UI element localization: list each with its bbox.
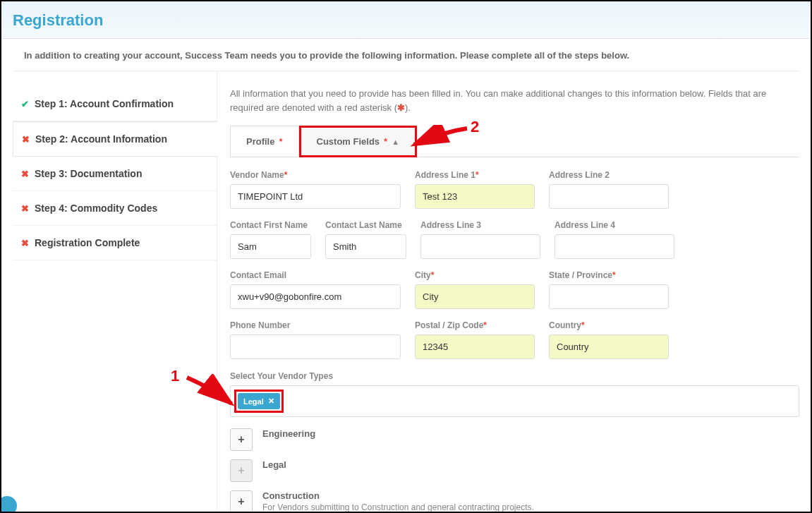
tab-custom-fields[interactable]: Custom Fields* ▲ xyxy=(299,126,418,157)
vendor-type-tag[interactable]: Legal ✕ xyxy=(238,393,280,409)
vendor-type-name: Legal xyxy=(262,459,799,470)
vendor-type-desc: For Vendors submitting to Construction a… xyxy=(262,502,799,512)
vendor-types-list: + Engineering + Legal + C xyxy=(230,424,799,513)
field-contact-email: Contact Email xyxy=(230,270,401,309)
field-state: State / Province* xyxy=(549,270,669,309)
vendor-type-name: Engineering xyxy=(262,428,799,439)
remove-tag-icon[interactable]: ✕ xyxy=(268,397,274,406)
steps-sidebar: ✔ Step 1: Account Confirmation ✖ Step 2:… xyxy=(13,71,217,513)
step-label: Step 1: Account Confirmation xyxy=(35,98,174,109)
vendor-type-row: + Construction For Vendors submitting to… xyxy=(230,486,799,513)
tab-profile[interactable]: Profile* xyxy=(230,126,299,157)
add-vendor-type-button-disabled: + xyxy=(230,459,253,482)
field-contact-first: Contact First Name xyxy=(230,220,311,259)
page-header: Registration xyxy=(1,1,811,39)
step-account-information[interactable]: ✖ Step 2: Account Information xyxy=(13,121,217,157)
vendor-type-name: Construction xyxy=(262,490,799,501)
address2-input[interactable] xyxy=(549,184,669,209)
field-address4: Address Line 4 xyxy=(555,220,674,259)
check-circle-icon: ✔ xyxy=(21,99,29,109)
field-city: City* xyxy=(415,270,535,309)
info-text: All information that you need to provide… xyxy=(230,87,799,114)
field-address2: Address Line 2 xyxy=(549,170,669,209)
field-address3: Address Line 3 xyxy=(420,220,540,259)
warning-icon: ▲ xyxy=(392,138,399,146)
country-input[interactable] xyxy=(549,334,669,359)
field-postal: Postal / Zip Code* xyxy=(415,320,535,359)
vendor-types-label: Select Your Vendor Types xyxy=(230,371,333,381)
step-account-confirmation[interactable]: ✔ Step 1: Account Confirmation xyxy=(13,87,217,121)
page-title: Registration xyxy=(13,11,799,30)
add-vendor-type-button[interactable]: + xyxy=(230,490,253,513)
step-label: Step 3: Documentation xyxy=(35,168,142,179)
tabs: Profile* Custom Fields* ▲ xyxy=(230,126,799,157)
contact-first-input[interactable] xyxy=(230,234,311,259)
step-documentation[interactable]: ✖ Step 3: Documentation xyxy=(13,157,217,191)
vendor-name-input[interactable] xyxy=(230,184,401,209)
required-asterisk-icon: ✱ xyxy=(397,102,405,113)
step-commodity-codes[interactable]: ✖ Step 4: Commodity Codes xyxy=(13,191,217,226)
contact-email-input[interactable] xyxy=(230,284,401,309)
city-input[interactable] xyxy=(415,284,535,309)
tab-label: Profile xyxy=(246,136,274,147)
vendor-types-tagbox[interactable]: Legal ✕ xyxy=(230,385,799,417)
field-address1: Address Line 1* xyxy=(415,170,535,209)
vendor-type-row: + Engineering xyxy=(230,424,799,455)
postal-input[interactable] xyxy=(415,334,535,359)
step-registration-complete[interactable]: ✖ Registration Complete xyxy=(13,226,217,260)
contact-last-input[interactable] xyxy=(325,234,406,259)
step-label: Registration Complete xyxy=(35,237,140,248)
error-circle-icon: ✖ xyxy=(21,203,29,214)
address4-input[interactable] xyxy=(555,234,674,259)
error-circle-icon: ✖ xyxy=(22,134,30,145)
main-panel: All information that you need to provide… xyxy=(217,71,799,513)
vendor-type-row: + Legal xyxy=(230,455,799,486)
page-subheading: In addition to creating your account, Su… xyxy=(13,39,799,71)
step-label: Step 2: Account Information xyxy=(35,133,167,145)
field-vendor-name: Vendor Name* xyxy=(230,170,401,209)
address1-input[interactable] xyxy=(415,184,535,209)
state-input[interactable] xyxy=(549,284,669,309)
address3-input[interactable] xyxy=(420,234,540,259)
error-circle-icon: ✖ xyxy=(21,238,29,248)
field-contact-last: Contact Last Name xyxy=(325,220,406,259)
field-country: Country* xyxy=(549,320,669,359)
vendor-types-section: Select Your Vendor Types Legal ✕ + Engin… xyxy=(230,370,799,513)
phone-input[interactable] xyxy=(230,334,401,359)
tag-label: Legal xyxy=(243,397,264,406)
error-circle-icon: ✖ xyxy=(21,169,29,179)
step-label: Step 4: Commodity Codes xyxy=(35,203,157,214)
field-phone: Phone Number xyxy=(230,320,401,359)
add-vendor-type-button[interactable]: + xyxy=(230,428,253,451)
tab-label: Custom Fields xyxy=(317,136,380,147)
